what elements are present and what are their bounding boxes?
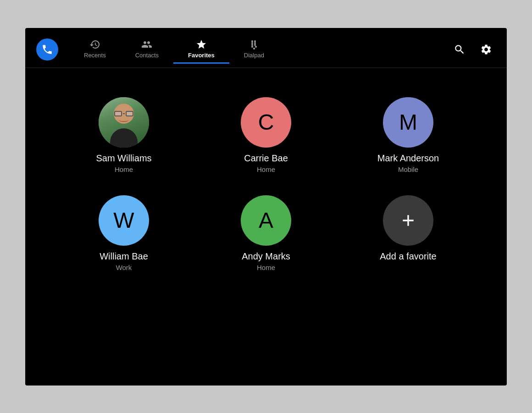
favorites-icon	[196, 39, 207, 50]
search-icon	[454, 44, 466, 55]
andy-marks-avatar: A	[241, 195, 291, 246]
contacts-label: Contacts	[135, 52, 159, 59]
favorite-mark-anderson[interactable]: M Mark Anderson Mobile	[337, 86, 479, 184]
carrie-bae-avatar: C	[241, 97, 291, 148]
carrie-bae-name: Carrie Bae	[244, 153, 288, 164]
app-window: Recents Contacts Favorites	[25, 28, 507, 385]
mark-anderson-name: Mark Anderson	[377, 153, 439, 164]
dialpad-icon	[249, 39, 260, 50]
favorites-grid: Sam Williams Home C Carrie Bae Home M Ma…	[25, 68, 507, 301]
william-bae-type: Work	[116, 264, 132, 271]
favorite-andy-marks[interactable]: A Andy Marks Home	[195, 184, 337, 282]
mark-anderson-type: Mobile	[398, 165, 418, 173]
tab-contacts[interactable]: Contacts	[121, 35, 173, 64]
sam-williams-avatar	[99, 97, 149, 148]
add-favorite-button[interactable]: Add a favorite	[380, 195, 436, 262]
william-bae-avatar: W	[99, 195, 149, 246]
mark-anderson-avatar: M	[383, 97, 433, 148]
add-favorite-circle	[383, 195, 433, 246]
dialpad-label: Dialpad	[244, 52, 264, 59]
william-bae-name: William Bae	[100, 251, 148, 262]
recents-icon	[89, 39, 100, 50]
sam-williams-name: Sam Williams	[96, 153, 151, 164]
add-favorite-label: Add a favorite	[380, 251, 436, 262]
recents-label: Recents	[84, 52, 106, 59]
sam-williams-type: Home	[115, 165, 133, 173]
top-nav: Recents Contacts Favorites	[25, 28, 507, 68]
andy-marks-type: Home	[257, 264, 275, 271]
settings-button[interactable]	[477, 40, 496, 59]
contacts-icon	[141, 39, 152, 50]
settings-icon	[480, 44, 492, 55]
tab-favorites[interactable]: Favorites	[173, 35, 229, 64]
favorite-carrie-bae[interactable]: C Carrie Bae Home	[195, 86, 337, 184]
nav-tabs: Recents Contacts Favorites	[69, 35, 450, 64]
favorite-sam-williams[interactable]: Sam Williams Home	[53, 86, 195, 184]
carrie-bae-type: Home	[257, 165, 275, 173]
phone-icon	[41, 44, 53, 55]
add-favorite-item[interactable]: Add a favorite	[337, 184, 479, 282]
nav-actions	[450, 40, 496, 59]
favorites-label: Favorites	[188, 52, 215, 59]
tab-dialpad[interactable]: Dialpad	[229, 35, 279, 64]
tab-recents[interactable]: Recents	[69, 35, 121, 64]
andy-marks-name: Andy Marks	[242, 251, 290, 262]
favorite-william-bae[interactable]: W William Bae Work	[53, 184, 195, 282]
plus-icon	[399, 211, 417, 230]
search-button[interactable]	[450, 40, 469, 59]
phone-button[interactable]	[36, 39, 58, 61]
